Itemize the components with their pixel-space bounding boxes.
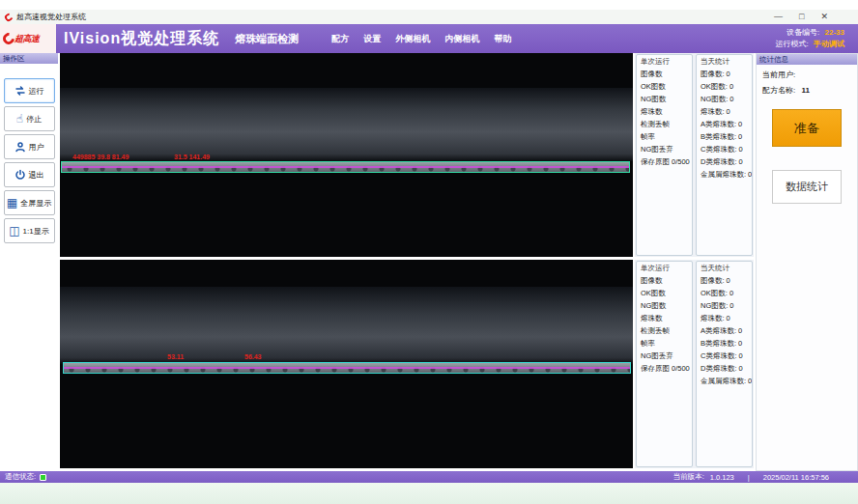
stat-row: OK图数: 0	[701, 80, 750, 93]
stat-label: 图像数:	[701, 68, 725, 80]
single-run-rows: 图像数 OK图数 NG图数	[641, 68, 690, 168]
daily-stats-rows: 图像数: 0 OK图数: 0 NG图数: 0	[701, 68, 750, 181]
stat-row: OK图数	[641, 287, 690, 299]
stat-value: 0	[739, 143, 743, 155]
stat-value: 0	[738, 337, 742, 350]
camera1-image-band	[60, 88, 633, 161]
exit-button[interactable]: 退出	[4, 162, 55, 187]
data-stats-button[interactable]: 数据统计	[772, 170, 842, 204]
stat-row: C类熔珠数: 0	[701, 143, 750, 155]
fullscreen-button[interactable]: ▦ 全屏显示	[4, 190, 55, 215]
stat-value: 0	[748, 375, 752, 387]
close-icon[interactable]: ✕	[820, 10, 828, 24]
stat-label: 熔珠数:	[701, 312, 725, 324]
maximize-icon[interactable]: □	[799, 10, 804, 24]
stat-value: 0	[738, 118, 742, 130]
stat-label: NG图丢弃	[641, 350, 673, 362]
stat-row: 金属屑熔珠数: 0	[701, 375, 750, 387]
stat-row: NG图数	[641, 299, 690, 312]
camera-column: 449885 39.8 81.49 31.5 141.49 53.11 56.4…	[60, 53, 633, 468]
recipe-name-row: 配方名称: 11	[757, 80, 857, 96]
stat-label: 熔珠数	[641, 312, 663, 324]
stat-value: 0	[739, 350, 743, 362]
titlebar: 超高速视觉处理系统 — □ ✕	[0, 10, 858, 24]
comm-status-indicator	[40, 474, 46, 481]
prepare-button[interactable]: 准备	[772, 109, 842, 147]
daily-stats-groupbox: 当天统计 图像数: 0 OK图数: 0	[696, 54, 753, 256]
stat-row: B类熔珠数: 0	[701, 337, 750, 350]
menu-item[interactable]: 帮助	[494, 33, 511, 45]
one-to-one-button[interactable]: ◫ 1:1显示	[4, 218, 55, 243]
sidebar-buttons: 运行 ☝ 停止 用户 退出	[0, 64, 58, 243]
menu-item[interactable]: 内侧相机	[444, 33, 479, 45]
fullscreen-grid-icon: ▦	[7, 197, 17, 209]
page-subtitle: 熔珠端面检测	[235, 32, 299, 46]
stat-label: NG图数:	[701, 299, 728, 312]
stop-button[interactable]: ☝ 停止	[4, 106, 55, 131]
version-value: 1.0.123	[710, 473, 734, 482]
menu-item[interactable]: 外侧相机	[395, 33, 430, 45]
user-button-label: 用户	[29, 142, 44, 153]
run-button[interactable]: 运行	[4, 78, 55, 103]
stat-row: 熔珠数: 0	[701, 105, 750, 118]
stat-label: OK图数	[641, 80, 666, 93]
current-user-label: 当前用户:	[762, 70, 795, 79]
stats-section-inner: 单次运行 图像数 OK图数	[635, 260, 754, 468]
stat-row: A类熔珠数: 0	[701, 324, 750, 337]
stat-row: OK图数: 0	[701, 287, 750, 299]
brand-logo-text: 超高速	[14, 33, 40, 45]
menu-item[interactable]: 配方	[331, 33, 349, 45]
one-to-one-button-label: 1:1显示	[23, 226, 49, 237]
stat-row: 检测丢帧	[641, 324, 690, 337]
stat-row: A类熔珠数: 0	[701, 118, 750, 130]
stat-value: 0/500	[672, 155, 690, 168]
stat-label: B类熔珠数:	[701, 337, 736, 350]
stat-value: 0	[738, 130, 742, 143]
stat-label: 金属屑熔珠数:	[701, 168, 746, 181]
stat-label: NG图数:	[701, 93, 728, 105]
stat-row: NG图数: 0	[701, 93, 750, 105]
minimize-icon[interactable]: —	[774, 10, 783, 24]
user-icon	[14, 141, 26, 153]
device-number-row: 设备编号: 22-33	[776, 27, 844, 39]
stat-row: 帧率	[641, 130, 690, 143]
power-icon	[14, 169, 26, 181]
camera1-detection-roi	[61, 161, 630, 173]
stat-row: 熔珠数: 0	[701, 312, 750, 324]
desktop-background	[0, 483, 858, 504]
stat-row: 熔珠数	[641, 312, 690, 324]
stat-label: D类熔珠数:	[701, 362, 737, 375]
stat-row: NG图数: 0	[701, 299, 750, 312]
status-bar: 通信状态: 当前版本: 1.0.123 | 2025/02/11 16:57:5…	[0, 471, 858, 483]
stat-row: 图像数	[641, 274, 690, 287]
daily-stats-rows: 图像数: 0 OK图数: 0 NG图数: 0	[701, 274, 750, 387]
camera1-measurement-annotation: 449885 39.8 81.49	[72, 154, 129, 160]
stat-label: NG图数	[641, 299, 666, 312]
stat-row: OK图数	[641, 80, 690, 93]
stat-row: NG图数	[641, 93, 690, 105]
stat-label: D类熔珠数:	[701, 155, 737, 168]
stat-label: 帧率	[641, 130, 655, 143]
status-separator: |	[748, 473, 750, 482]
current-user-row: 当前用户:	[757, 65, 857, 80]
one-to-one-icon: ◫	[9, 225, 19, 237]
stat-label: 图像数:	[701, 274, 725, 287]
stat-value: 0	[729, 93, 733, 105]
stat-row: NG图丢弃	[641, 350, 690, 362]
stat-label: 金属屑熔珠数:	[701, 375, 746, 387]
info-panel-header: 统计信息	[757, 54, 857, 65]
datetime-value: 2025/02/11 16:57:56	[763, 473, 829, 482]
device-number-label: 设备编号:	[786, 28, 819, 37]
stat-label: OK图数:	[701, 80, 728, 93]
daily-stats-title: 当天统计	[701, 264, 729, 273]
stat-label: OK图数	[641, 287, 666, 299]
comm-status-label: 通信状态:	[5, 472, 36, 482]
user-button[interactable]: 用户	[4, 134, 55, 159]
menu-bar: 配方 设置 外侧相机 内侧相机 帮助	[331, 33, 511, 45]
single-run-title: 单次运行	[641, 264, 670, 273]
stat-value: 0	[729, 287, 733, 299]
stat-row: D类熔珠数: 0	[701, 155, 750, 168]
menu-item[interactable]: 设置	[363, 33, 381, 45]
stat-value: 0	[729, 299, 733, 312]
app-header: 超高速 IVision视觉处理系统 熔珠端面检测 配方 设置 外侧相机 内侧相机…	[0, 24, 858, 53]
